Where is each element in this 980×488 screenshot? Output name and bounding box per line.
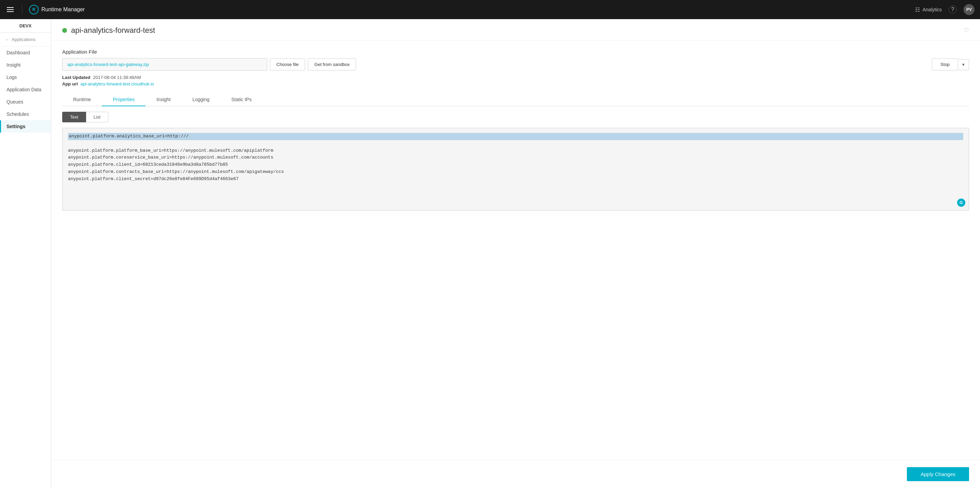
- meta-info: Last Updated 2017-08-04 11:38:48AM App u…: [62, 75, 969, 86]
- app-url-value[interactable]: api-analytics-forward-test.cloudhub.io: [81, 81, 154, 86]
- sidebar: DEVX ← Applications Dashboard Insight Lo…: [0, 19, 51, 488]
- stop-button-group: Stop ▼: [932, 59, 969, 70]
- status-indicator: [62, 28, 67, 33]
- back-to-applications[interactable]: ← Applications: [0, 33, 51, 46]
- tab-insight[interactable]: Insight: [146, 93, 181, 106]
- sidebar-item-dashboard[interactable]: Dashboard: [0, 46, 51, 59]
- file-row: api-analytics-forward-test-api-gateway.z…: [62, 58, 969, 71]
- app-title: Runtime Manager: [41, 6, 85, 13]
- tab-static-ips[interactable]: Static IPs: [220, 93, 262, 106]
- main-layout: DEVX ← Applications Dashboard Insight Lo…: [0, 19, 980, 488]
- tab-runtime[interactable]: Runtime: [62, 93, 102, 106]
- sidebar-item-logs-label: Logs: [6, 75, 17, 80]
- grammarly-icon: G: [957, 199, 965, 207]
- hamburger-menu[interactable]: [5, 6, 15, 13]
- sidebar-item-application-data[interactable]: Application Data: [0, 83, 51, 96]
- stop-dropdown-button[interactable]: ▼: [958, 59, 969, 70]
- avatar-initials: PV: [966, 7, 972, 12]
- sidebar-item-schedules[interactable]: Schedules: [0, 108, 51, 120]
- choose-file-button[interactable]: Choose file: [270, 59, 305, 70]
- view-toggle-group: Text List: [62, 112, 969, 122]
- app-header: api-analytics-forward-test ♡: [51, 19, 980, 41]
- sidebar-item-insight[interactable]: Insight: [0, 59, 51, 71]
- application-file-section: Application File api-analytics-forward-t…: [62, 49, 969, 86]
- logo-icon: R: [29, 5, 38, 14]
- application-file-label: Application File: [62, 49, 969, 55]
- tabs: Runtime Properties Insight Logging Stati…: [62, 93, 969, 106]
- chevron-down-icon: ▼: [961, 62, 965, 67]
- sidebar-item-dashboard-label: Dashboard: [6, 50, 30, 56]
- app-url-row: App url api-analytics-forward-test.cloud…: [62, 81, 969, 86]
- analytics-icon: ☷: [915, 6, 920, 13]
- sidebar-item-settings-label: Settings: [6, 124, 25, 129]
- list-toggle-button[interactable]: List: [86, 112, 108, 122]
- last-updated-value: 2017-08-04 11:38:48AM: [93, 75, 141, 80]
- tab-logging[interactable]: Logging: [181, 93, 220, 106]
- settings-content: Application File api-analytics-forward-t…: [51, 41, 980, 460]
- sidebar-item-queues[interactable]: Queues: [0, 96, 51, 108]
- nav-divider: [22, 5, 22, 14]
- sidebar-item-logs[interactable]: Logs: [0, 71, 51, 83]
- app-url-label: App url: [62, 81, 78, 86]
- top-navigation: R Runtime Manager ☷ Analytics ? PV: [0, 0, 980, 19]
- back-label: Applications: [12, 37, 35, 42]
- properties-text-content[interactable]: anypoint.platform.analytics_base_uri=htt…: [62, 128, 969, 210]
- sidebar-item-insight-label: Insight: [6, 62, 21, 68]
- last-updated-label: Last Updated: [62, 75, 90, 80]
- notification-bell-icon[interactable]: ♡: [964, 27, 969, 34]
- sidebar-item-queues-label: Queues: [6, 99, 23, 105]
- help-icon: ?: [951, 6, 955, 13]
- tab-properties[interactable]: Properties: [102, 93, 146, 106]
- properties-textarea-wrapper: anypoint.platform.analytics_base_uri=htt…: [62, 128, 969, 210]
- apply-changes-row: Apply Changes: [51, 460, 980, 488]
- user-avatar[interactable]: PV: [964, 4, 975, 15]
- apply-changes-button[interactable]: Apply Changes: [907, 467, 969, 481]
- sidebar-nav: Dashboard Insight Logs Application Data …: [0, 46, 51, 133]
- nav-logo: R Runtime Manager: [29, 5, 85, 14]
- sidebar-item-application-data-label: Application Data: [6, 87, 41, 92]
- sidebar-item-settings[interactable]: Settings: [0, 120, 51, 133]
- stop-button[interactable]: Stop: [932, 59, 958, 70]
- analytics-label: Analytics: [923, 7, 942, 12]
- last-updated-row: Last Updated 2017-08-04 11:38:48AM: [62, 75, 969, 80]
- sidebar-item-schedules-label: Schedules: [6, 111, 29, 117]
- back-arrow-icon: ←: [5, 37, 10, 42]
- help-button[interactable]: ?: [948, 5, 957, 14]
- text-toggle-button[interactable]: Text: [62, 112, 86, 122]
- content-area: api-analytics-forward-test ♡ Application…: [51, 19, 980, 488]
- file-name-display: api-analytics-forward-test-api-gateway.z…: [62, 58, 267, 71]
- environment-label: DEVX: [0, 19, 51, 33]
- analytics-nav-item[interactable]: ☷ Analytics: [915, 6, 942, 13]
- app-name: api-analytics-forward-test: [71, 26, 155, 35]
- get-from-sandbox-button[interactable]: Get from sandbox: [308, 59, 356, 70]
